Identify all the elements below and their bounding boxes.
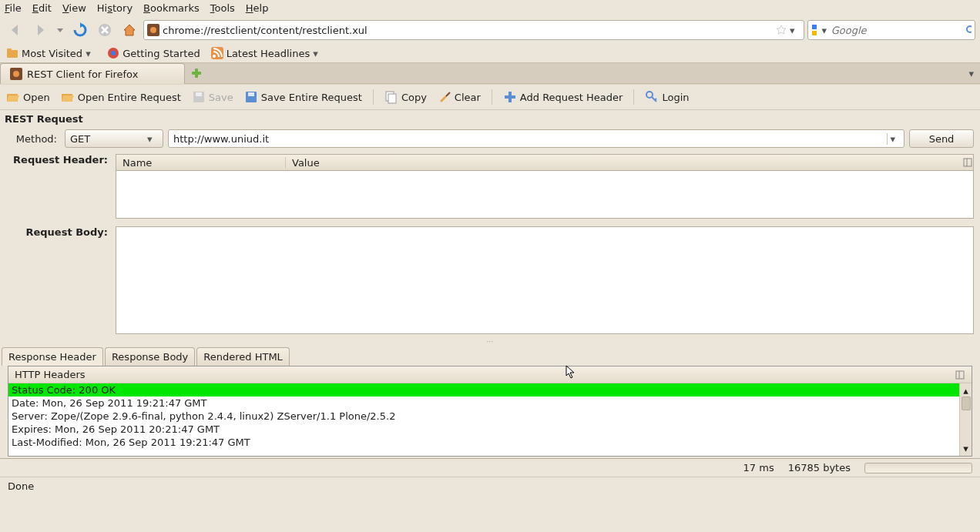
new-tab-button[interactable] xyxy=(185,68,208,79)
response-panel: HTTP Headers Status Code: 200 OK Date: M… xyxy=(8,366,972,457)
status-bytes: 16785 bytes xyxy=(788,462,851,473)
status-time: 17 ms xyxy=(743,462,774,473)
tab-list-dropdown[interactable]: ▾ xyxy=(962,68,980,79)
save-icon xyxy=(244,90,258,104)
header-row[interactable]: Last-Modified: Mon, 26 Sep 2011 19:21:47… xyxy=(8,436,959,449)
scroll-down-icon[interactable]: ▾ xyxy=(963,443,968,454)
column-picker-icon[interactable] xyxy=(962,157,973,168)
request-url-field[interactable]: ▾ xyxy=(168,129,904,148)
svg-point-30 xyxy=(646,92,653,98)
copy-icon xyxy=(384,90,398,104)
search-input[interactable] xyxy=(831,25,962,36)
home-button[interactable] xyxy=(119,19,140,41)
menu-history[interactable]: History xyxy=(97,2,133,14)
svg-rect-22 xyxy=(196,92,202,96)
most-visited-button[interactable]: Most Visited ▾ xyxy=(6,47,96,59)
open-entire-request-button[interactable]: Open Entire Request xyxy=(61,90,181,104)
svg-rect-33 xyxy=(964,159,972,166)
svg-rect-10 xyxy=(7,49,12,52)
site-icon xyxy=(147,24,159,36)
bookmark-star-icon[interactable] xyxy=(776,25,787,35)
request-url-input[interactable] xyxy=(169,133,887,145)
tab-strip: REST Client for Firefox ▾ xyxy=(0,62,980,84)
tab-icon xyxy=(10,68,22,80)
menu-view[interactable]: View xyxy=(62,2,86,14)
header-table-head: Name Value xyxy=(116,154,974,171)
svg-rect-35 xyxy=(956,371,964,379)
th-value[interactable]: Value xyxy=(286,157,962,169)
column-picker-icon[interactable] xyxy=(955,370,965,380)
tab-response-header[interactable]: Response Header xyxy=(2,347,103,366)
plus-icon xyxy=(503,90,517,104)
tab-response-body[interactable]: Response Body xyxy=(105,347,195,366)
search-bar[interactable]: ▾ xyxy=(807,20,975,40)
copy-button[interactable]: Copy xyxy=(384,90,427,104)
rss-icon xyxy=(211,47,223,59)
svg-point-14 xyxy=(213,55,216,58)
url-input[interactable] xyxy=(163,25,773,36)
scroll-up-icon[interactable]: ▴ xyxy=(963,385,968,396)
svg-rect-29 xyxy=(505,95,515,99)
url-dropdown-icon[interactable]: ▾ xyxy=(790,25,800,36)
stop-button[interactable] xyxy=(94,19,116,41)
response-headers-list[interactable]: Status Code: 200 OK Date: Mon, 26 Sep 20… xyxy=(8,383,959,456)
header-row[interactable]: Date: Mon, 26 Sep 2011 19:21:47 GMT xyxy=(8,396,959,410)
open-button[interactable]: Open xyxy=(6,90,50,104)
header-table-body[interactable] xyxy=(116,171,974,219)
search-engine-dropdown-icon[interactable]: ▾ xyxy=(821,25,827,36)
header-row[interactable]: Expires: Mon, 26 Sep 2011 20:21:47 GMT xyxy=(8,423,959,436)
back-button[interactable] xyxy=(5,19,26,41)
reload-button[interactable] xyxy=(69,19,91,41)
url-bar[interactable]: ▾ xyxy=(143,20,804,40)
add-request-header-button[interactable]: Add Request Header xyxy=(503,90,623,104)
scroll-thumb[interactable] xyxy=(962,396,971,410)
folder-open-icon xyxy=(6,90,20,104)
svg-line-27 xyxy=(446,92,450,96)
http-headers-column[interactable]: HTTP Headers xyxy=(15,369,86,380)
browser-statusbar: Done xyxy=(0,477,980,495)
folder-icon xyxy=(6,47,18,59)
chevron-down-icon: ▾ xyxy=(147,133,158,145)
method-value: GET xyxy=(70,133,90,145)
firefox-icon xyxy=(107,47,119,59)
latest-headlines-button[interactable]: Latest Headlines ▾ xyxy=(211,47,324,59)
header-row[interactable]: Server: Zope/(Zope 2.9.6-final, python 2… xyxy=(8,410,959,423)
menu-bookmarks[interactable]: Bookmarks xyxy=(143,2,200,14)
navigation-toolbar: ▾ ▾ xyxy=(0,16,980,44)
browser-tab[interactable]: REST Client for Firefox xyxy=(0,63,185,84)
send-button[interactable]: Send xyxy=(909,129,974,148)
svg-point-7 xyxy=(967,26,972,32)
svg-rect-3 xyxy=(812,25,817,29)
getting-started-button[interactable]: Getting Started xyxy=(107,47,200,59)
splitter[interactable]: ⋯ xyxy=(0,336,980,347)
request-header-label: Request Header: xyxy=(6,154,111,166)
app-statusbar: 17 ms 16785 bytes xyxy=(0,458,980,477)
history-dropdown[interactable] xyxy=(54,19,66,41)
menu-tools[interactable]: Tools xyxy=(210,2,235,14)
save-entire-request-button[interactable]: Save Entire Request xyxy=(244,90,362,104)
search-icon[interactable] xyxy=(965,25,972,35)
login-button[interactable]: Login xyxy=(645,90,689,104)
svg-point-16 xyxy=(13,71,19,77)
tab-rendered-html[interactable]: Rendered HTML xyxy=(196,347,290,366)
th-name[interactable]: Name xyxy=(116,157,286,169)
url-history-dropdown[interactable]: ▾ xyxy=(887,133,904,145)
menu-edit[interactable]: Edit xyxy=(32,2,52,14)
header-row[interactable]: Status Code: 200 OK xyxy=(8,383,959,396)
request-body-textarea[interactable] xyxy=(116,226,974,334)
app-toolbar: Open Open Entire Request Save Save Entir… xyxy=(0,84,980,110)
broom-icon xyxy=(438,90,451,104)
svg-line-32 xyxy=(655,99,656,100)
forward-button[interactable] xyxy=(29,19,51,41)
bookmarks-toolbar: Most Visited ▾ Getting Started Latest He… xyxy=(0,44,980,62)
menu-help[interactable]: Help xyxy=(246,2,269,14)
scrollbar[interactable]: ▴ ▾ xyxy=(959,383,972,456)
svg-rect-26 xyxy=(388,94,396,103)
method-select[interactable]: GET ▾ xyxy=(65,129,163,148)
folder-open-icon xyxy=(61,90,75,104)
menu-file[interactable]: File xyxy=(5,2,22,14)
google-icon xyxy=(811,24,818,36)
menubar: File Edit View History Bookmarks Tools H… xyxy=(0,0,980,16)
clear-button[interactable]: Clear xyxy=(438,90,481,104)
svg-point-12 xyxy=(111,51,116,55)
